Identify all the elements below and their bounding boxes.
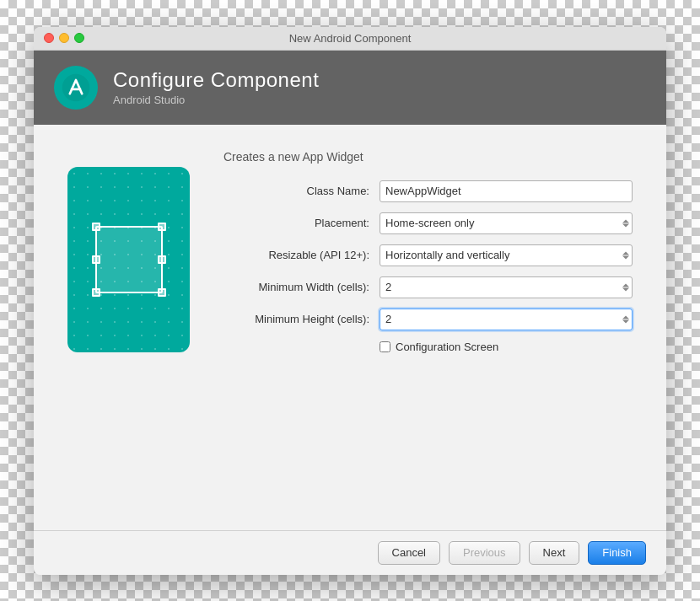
handle-top-left — [92, 223, 100, 231]
svg-point-0 — [62, 73, 89, 100]
config-screen-checkbox[interactable] — [380, 341, 390, 352]
handle-middle-right — [158, 255, 166, 264]
maximize-button[interactable] — [74, 33, 84, 43]
handle-top-right — [158, 223, 166, 231]
resizable-label: Resizable (API 12+): — [223, 249, 380, 261]
min-width-select-wrapper: 1 2 3 4 — [380, 276, 633, 298]
class-name-row: Class Name: — [223, 180, 633, 202]
content-area: Creates a new App Widget Class Name: Pla… — [34, 125, 666, 530]
form-panel: Creates a new App Widget Class Name: Pla… — [223, 150, 633, 505]
placement-control: Home-screen only Keyguard only Both — [380, 212, 633, 234]
close-button[interactable] — [44, 33, 54, 43]
header-title: Configure Component — [113, 68, 319, 92]
next-button[interactable]: Next — [529, 541, 580, 565]
class-name-control — [380, 180, 633, 202]
handle-bottom-left — [92, 288, 100, 297]
handle-middle-left — [92, 255, 100, 264]
phone-preview — [67, 167, 190, 352]
title-bar: New Android Component — [34, 27, 666, 51]
class-name-label: Class Name: — [223, 185, 380, 197]
min-height-select[interactable]: 1 2 3 4 — [380, 309, 633, 330]
window-title: New Android Component — [289, 32, 412, 45]
previous-button[interactable]: Previous — [449, 541, 520, 565]
class-name-input[interactable] — [380, 180, 633, 202]
config-screen-label[interactable]: Configuration Screen — [396, 341, 498, 353]
min-height-row: Minimum Height (cells): 1 2 3 4 — [223, 309, 633, 330]
resizable-select[interactable]: None Horizontally Vertically Horizontall… — [380, 244, 633, 266]
minimize-button[interactable] — [59, 33, 69, 43]
main-window: New Android Component Configure Componen… — [34, 27, 666, 575]
finish-button[interactable]: Finish — [588, 541, 646, 565]
cancel-button[interactable]: Cancel — [378, 541, 440, 565]
resizable-control: None Horizontally Vertically Horizontall… — [380, 244, 633, 266]
android-logo — [54, 66, 98, 110]
config-screen-row: Configuration Screen — [380, 341, 633, 353]
traffic-lights — [44, 33, 84, 43]
resizable-row: Resizable (API 12+): None Horizontally V… — [223, 244, 633, 266]
form-description: Creates a new App Widget — [223, 150, 633, 164]
handle-bottom-right — [158, 288, 166, 297]
placement-select[interactable]: Home-screen only Keyguard only Both — [380, 212, 633, 234]
placement-select-wrapper: Home-screen only Keyguard only Both — [380, 212, 633, 234]
footer: Cancel Previous Next Finish — [34, 530, 666, 575]
placement-label: Placement: — [223, 217, 380, 229]
header-subtitle: Android Studio — [113, 94, 319, 106]
dialog-header: Configure Component Android Studio — [34, 51, 666, 125]
min-width-select[interactable]: 1 2 3 4 — [380, 276, 633, 298]
preview-panel — [67, 150, 198, 505]
min-height-label: Minimum Height (cells): — [223, 313, 380, 325]
min-height-select-wrapper: 1 2 3 4 — [380, 309, 633, 330]
min-width-control: 1 2 3 4 — [380, 276, 633, 298]
widget-preview — [95, 226, 163, 293]
min-width-row: Minimum Width (cells): 1 2 3 4 — [223, 276, 633, 298]
resizable-select-wrapper: None Horizontally Vertically Horizontall… — [380, 244, 633, 266]
header-text: Configure Component Android Studio — [113, 68, 319, 106]
min-width-label: Minimum Width (cells): — [223, 281, 380, 293]
min-height-control: 1 2 3 4 — [380, 309, 633, 330]
placement-row: Placement: Home-screen only Keyguard onl… — [223, 212, 633, 234]
